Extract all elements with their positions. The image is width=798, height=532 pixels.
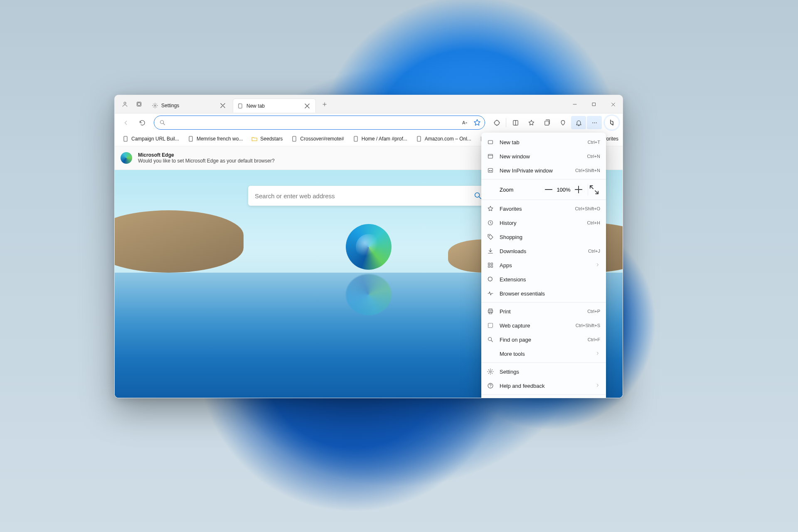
star-icon <box>487 205 494 212</box>
notifications-icon[interactable] <box>571 116 586 129</box>
svg-point-10 <box>592 123 593 123</box>
favorites-icon[interactable] <box>524 116 539 129</box>
tab-title: Settings <box>161 103 215 108</box>
menu-shopping[interactable]: Shopping <box>481 230 606 244</box>
menu-label: New tab <box>500 139 520 145</box>
window-close[interactable] <box>603 95 623 113</box>
menu-new-window[interactable]: New windowCtrl+N <box>481 149 606 163</box>
tab-new-tab[interactable]: New tab <box>233 99 316 113</box>
svg-rect-14 <box>189 136 192 141</box>
menu-label: Apps <box>500 262 512 268</box>
apps-icon <box>487 262 494 268</box>
window-maximize[interactable] <box>584 95 603 113</box>
edge-window: Settings New tab A» <box>114 95 623 398</box>
bookmark-item[interactable]: Amazon.com – Onl... <box>412 134 475 144</box>
tab-settings[interactable]: Settings <box>148 99 231 113</box>
back-button[interactable] <box>118 116 133 129</box>
menu-label: Find on page <box>500 337 531 343</box>
svg-point-3 <box>154 105 156 106</box>
menu-label: Browser essentials <box>500 291 545 297</box>
menu-new-tab[interactable]: New tabCtrl+T <box>481 135 606 149</box>
menu-settings[interactable]: Settings <box>481 365 606 379</box>
menu-web-capture[interactable]: Web captureCtrl+Shift+S <box>481 318 606 332</box>
menu-help[interactable]: Help and feedback <box>481 379 606 393</box>
menu-favorites[interactable]: FavoritesCtrl+Shift+O <box>481 202 606 216</box>
favorite-star-icon[interactable] <box>473 118 481 127</box>
bookmark-item[interactable]: Seedstars <box>248 134 286 144</box>
profile-icon[interactable] <box>119 99 131 110</box>
menu-more-tools[interactable]: More tools <box>481 347 606 361</box>
window-minimize[interactable] <box>565 95 584 113</box>
svg-rect-17 <box>417 136 421 141</box>
bookmark-label: Home / Afam #prof... <box>362 136 407 142</box>
history-icon <box>487 219 494 226</box>
menu-label: History <box>500 220 516 226</box>
capture-icon <box>487 322 494 329</box>
fullscreen-button[interactable] <box>588 184 600 195</box>
split-screen-icon[interactable] <box>508 116 523 129</box>
svg-rect-13 <box>124 136 127 141</box>
menu-shortcut: Ctrl+J <box>588 249 600 254</box>
find-icon <box>487 336 494 343</box>
svg-rect-20 <box>488 140 493 144</box>
svg-rect-28 <box>491 263 493 265</box>
svg-rect-27 <box>488 263 490 265</box>
bookmark-item[interactable]: Campaign URL Buil... <box>119 134 182 144</box>
menu-label: Print <box>500 308 511 315</box>
refresh-button[interactable] <box>135 116 150 129</box>
bookmark-item[interactable]: Crossover#remote# <box>288 134 347 144</box>
menu-label: Web capture <box>500 323 530 329</box>
zoom-out-button[interactable] <box>543 184 554 195</box>
zoom-in-button[interactable] <box>573 184 584 195</box>
help-icon <box>487 382 494 389</box>
bookmark-item[interactable]: Memrise french wo... <box>184 134 246 144</box>
address-input[interactable] <box>169 119 461 126</box>
menu-downloads[interactable]: DownloadsCtrl+J <box>481 244 606 258</box>
bookmark-item[interactable]: Home / Afam #prof... <box>349 134 411 144</box>
close-icon[interactable] <box>303 102 311 110</box>
zoom-value: 100% <box>554 187 573 193</box>
bookmark-label: Memrise french wo... <box>197 136 243 142</box>
workspaces-icon[interactable] <box>133 99 145 110</box>
menu-extensions[interactable]: Extensions <box>481 272 606 286</box>
tab-icon <box>487 139 494 145</box>
browser-essentials-icon[interactable] <box>555 116 570 129</box>
menu-find-on-page[interactable]: Find on pageCtrl+F <box>481 332 606 347</box>
blank-icon <box>487 350 494 357</box>
svg-rect-22 <box>488 168 493 172</box>
menu-apps[interactable]: Apps <box>481 258 606 272</box>
new-tab-search-box[interactable] <box>248 186 489 206</box>
page-icon <box>291 135 298 142</box>
address-bar[interactable]: A» <box>154 116 485 130</box>
tag-icon <box>487 234 494 240</box>
close-icon[interactable] <box>219 101 227 110</box>
page-icon <box>122 135 129 142</box>
collections-icon[interactable] <box>539 116 554 129</box>
more-menu-button[interactable] <box>587 116 602 129</box>
new-tab-search-input[interactable] <box>255 192 473 200</box>
svg-point-24 <box>491 170 492 171</box>
menu-history[interactable]: HistoryCtrl+H <box>481 216 606 230</box>
menu-separator <box>481 179 606 180</box>
puzzle-icon <box>487 276 494 283</box>
svg-point-35 <box>488 337 492 341</box>
zoom-label: Zoom <box>500 187 525 193</box>
chevron-right-icon <box>595 383 600 389</box>
svg-point-11 <box>594 123 595 123</box>
menu-print[interactable]: PrintCtrl+P <box>481 304 606 318</box>
menu-label: More tools <box>500 351 525 357</box>
edge-logo-reflection <box>346 274 392 315</box>
inprivate-icon <box>487 167 494 174</box>
window-icon <box>487 153 494 160</box>
menu-inprivate[interactable]: New InPrivate windowCtrl+Shift+N <box>481 163 606 177</box>
menu-label: Extensions <box>500 276 526 283</box>
extensions-icon[interactable] <box>489 116 504 129</box>
menu-close-edge[interactable]: Close Microsoft Edge <box>481 397 606 398</box>
read-aloud-icon[interactable]: A» <box>461 118 469 127</box>
menu-shortcut: Ctrl+T <box>588 140 600 145</box>
menu-browser-essentials[interactable]: Browser essentials <box>481 286 606 300</box>
svg-point-7 <box>494 120 499 125</box>
bing-copilot-button[interactable] <box>604 115 619 130</box>
new-tab-button[interactable] <box>318 98 331 111</box>
menu-separator <box>481 394 606 395</box>
